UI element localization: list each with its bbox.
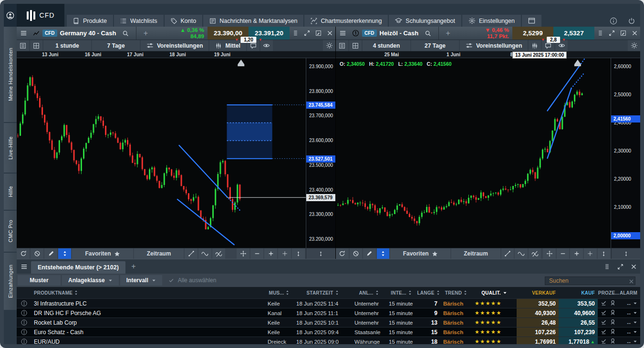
pattern-confirm-button[interactable] [601, 319, 607, 326]
zoom-in-button[interactable] [264, 248, 277, 259]
column-header-proze[interactable]: PROZE... [598, 290, 620, 296]
chart-settings-button[interactable] [323, 40, 335, 51]
trendline-tool-button[interactable] [501, 248, 514, 259]
pattern-hide-tool-button[interactable] [529, 248, 541, 259]
table-row[interactable]: DR ING HC F Porsche AGKanal18 Jun 2025 1… [17, 308, 640, 317]
sell-price-cell[interactable]: 1,76991 [517, 337, 559, 344]
table-row[interactable]: Rocket Lab CorpKeile18 Jun 2025 10:1Unte… [17, 317, 640, 327]
pattern-confirm-button[interactable] [601, 309, 607, 317]
disable-drawing-button[interactable] [350, 248, 363, 259]
layout-grid-button[interactable] [349, 40, 362, 51]
alarm-dropdown-button[interactable] [633, 311, 637, 315]
sidebar-item-hilfe[interactable]: Hilfe [4, 174, 17, 210]
filter-anlageklasse-dropdown[interactable]: Anlageklasse [62, 275, 119, 286]
sell-price-cell[interactable]: 352,50 [517, 299, 559, 308]
quality-award-button[interactable] [610, 319, 616, 326]
row-options-button[interactable] [17, 318, 31, 327]
menu-chartmustererkennung[interactable]: Chartmustererkennung [304, 15, 388, 27]
instrument-search-button[interactable] [421, 30, 435, 37]
column-header-laenge[interactable]: LÄNGE [416, 290, 440, 296]
table-row[interactable]: 3I Infrastructure PLCKeile18 Jun 2025 11… [17, 298, 640, 308]
expand-panel-button[interactable] [613, 259, 627, 274]
price-axis[interactable]: 23.900,00023.800,00023.700,00023.600,000… [306, 58, 335, 248]
add-tab-button[interactable]: + [137, 27, 154, 40]
menu-nachrichten-marktanalysen[interactable]: Nachrichten & Marktanalysen [203, 15, 303, 27]
sidebar-item-live-hilfe[interactable]: Live-Hilfe [4, 123, 17, 173]
sell-price-cell[interactable]: 26,48 [517, 318, 559, 327]
popout-panel-button[interactable] [312, 30, 324, 36]
sort-updown-button[interactable] [377, 248, 390, 259]
column-header-start[interactable]: STARTZEIT [293, 290, 352, 296]
axis-scale-button[interactable] [306, 248, 335, 259]
pan-button[interactable] [237, 248, 249, 259]
table-row[interactable]: EUR/AUDDreieck18 Jun 2025 09:0Währunge15… [17, 337, 640, 344]
chart-menu-button[interactable] [336, 27, 349, 40]
date-axis[interactable]: 25 Mai1 Juni8 Juni13 Juni 2025 17:00:00 [336, 51, 640, 58]
zoom-out-button[interactable] [557, 248, 570, 259]
panel-grip-button[interactable] [600, 259, 613, 274]
column-header-anlage[interactable]: ANL... [352, 290, 386, 296]
draw-button[interactable] [44, 248, 57, 259]
select-all-checkbox[interactable]: Alle auswählen [168, 277, 217, 284]
alarm-dropdown-button[interactable] [633, 301, 637, 306]
add-tab-button[interactable]: + [440, 27, 456, 40]
alarm-dropdown-button[interactable] [633, 320, 637, 325]
buy-price-cell[interactable]: 40,9600 [559, 308, 598, 317]
pattern-tool-button[interactable] [515, 248, 528, 259]
sell-price-cell[interactable]: 107,226 [517, 328, 559, 337]
menu-einstellungen[interactable]: Einstellungen [462, 15, 521, 27]
table-row[interactable]: Euro Schatz - CashKeile18 Jun 2025 09:4S… [17, 327, 640, 337]
pattern-confirm-button[interactable] [601, 338, 607, 344]
quality-award-button[interactable] [610, 309, 616, 317]
presets-button[interactable]: Voreinstellungen [460, 40, 528, 51]
row-options-button[interactable] [17, 299, 31, 308]
buy-price-cell[interactable]: 107,239 [559, 328, 598, 337]
sort-updown-button[interactable] [58, 248, 71, 259]
row-options-button[interactable] [17, 337, 31, 344]
range-button[interactable]: 7 Tage [92, 40, 140, 51]
alarm-dropdown-button[interactable] [633, 339, 637, 344]
instrument-search-button[interactable] [119, 30, 132, 37]
disable-drawing-button[interactable] [31, 248, 43, 259]
pattern-confirm-button[interactable] [601, 328, 607, 336]
patterns-menu-button[interactable] [17, 259, 31, 274]
filter-intervall-dropdown[interactable]: Intervall [120, 275, 162, 286]
buy-price-cell[interactable]: 26,55 [559, 318, 598, 327]
row-options-button[interactable] [17, 328, 31, 337]
zoom-in-button[interactable] [570, 248, 583, 259]
timeframe-button[interactable]: Zeitraum [451, 248, 500, 259]
close-panel-button[interactable] [324, 30, 335, 36]
menu-watchlists[interactable]: Watchlists [114, 15, 164, 27]
pattern-tool-button[interactable] [198, 248, 211, 259]
quality-award-button[interactable] [610, 328, 616, 336]
timeframe-button[interactable]: Zeitraum [134, 248, 184, 259]
fit-vertical-button[interactable] [598, 248, 611, 259]
price-chart[interactable]: O:2,34050H:2,41720L:2,33640C:2,415602,60… [336, 58, 640, 248]
quality-award-button[interactable] [610, 300, 616, 307]
cmc-logo[interactable]: CFD [17, 4, 64, 27]
fit-vertical-button[interactable] [292, 248, 305, 259]
chart-style-button[interactable] [529, 40, 541, 51]
price-chart[interactable]: 23.900,00023.800,00023.700,00023.600,000… [17, 58, 335, 248]
interval-button[interactable]: 1 stunde [43, 40, 91, 51]
menu-produkte[interactable]: Produkte [67, 15, 113, 27]
layout-grid-button[interactable] [30, 40, 42, 51]
column-header-name[interactable]: PRODUKTNAME [31, 290, 265, 296]
crosshair-button[interactable] [278, 248, 291, 259]
chart-settings-button[interactable] [628, 40, 640, 51]
favorites-button[interactable]: Favoriten [72, 248, 133, 259]
expand-panel-button[interactable] [301, 30, 312, 36]
column-header-stars[interactable]: QUALIT. [472, 290, 517, 296]
column-header-muster[interactable]: MUS... [265, 290, 293, 296]
info-button[interactable] [610, 17, 617, 25]
favorites-button[interactable]: Favoriten [390, 248, 450, 259]
order-ticket-button[interactable] [17, 40, 29, 51]
popout-panel-button[interactable] [617, 30, 629, 36]
column-header-trend[interactable]: TREND [440, 290, 472, 296]
quality-award-button[interactable] [610, 338, 616, 344]
crosshair-button[interactable] [584, 248, 597, 259]
chart-menu-button[interactable] [17, 27, 30, 40]
sidebar-item-meine-handelskonten[interactable]: Meine Handelskonten [4, 27, 17, 122]
window-layout-button[interactable] [522, 15, 541, 27]
menu-konto[interactable]: Konto [165, 15, 203, 27]
